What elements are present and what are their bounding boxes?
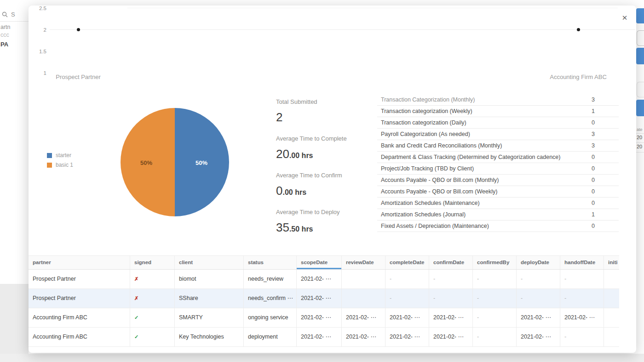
y-axis-tick: 2.5: [33, 6, 46, 11]
cell-reviewDate: 2021-02- ⋯: [342, 308, 385, 327]
column-header-confirmedBy[interactable]: confirmedBy: [473, 256, 517, 269]
bg-outline-button[interactable]: [637, 82, 644, 97]
column-header-client[interactable]: client: [175, 256, 244, 269]
service-count: 0: [592, 119, 619, 126]
bg-blue-button[interactable]: [636, 100, 644, 116]
column-header-confirmDate[interactable]: confirmDate: [429, 256, 473, 269]
stat-label: Average Time to Deploy: [276, 209, 375, 215]
column-header-deployDate[interactable]: deployDate: [517, 256, 560, 269]
service-count: 3: [592, 131, 619, 137]
legend-item[interactable]: basic 1: [47, 162, 73, 168]
cell-scopeDate: 2021-02- ⋯: [297, 289, 342, 308]
bg-gray-area: [0, 284, 29, 362]
cell-completeDate: 2021-02- ⋯: [385, 328, 429, 346]
stat-block: Average Time to Confirm0.00 hrs: [276, 172, 375, 199]
cell-handoffDate: -: [560, 270, 604, 288]
cell-partner: Prospect Partner: [29, 289, 130, 308]
bg-blue-button[interactable]: [636, 8, 644, 23]
legend-swatch-icon: [47, 163, 52, 168]
stat-value: 20.00 hrs: [276, 147, 375, 162]
cell-confirmDate: -: [429, 289, 473, 308]
partner-detail-modal: ✕ 2.521.51 Prospect PartnerAccounting Fi…: [29, 6, 636, 353]
stat-label: Total Submitted: [276, 98, 375, 105]
cell-confirmDate: 2021-02- ⋯: [429, 328, 473, 346]
y-axis-tick: 1.5: [33, 49, 46, 54]
plan-pie-chart: 50% 50%: [121, 108, 229, 216]
cell-initi: [604, 270, 619, 288]
column-header-reviewDate[interactable]: reviewDate: [342, 256, 385, 269]
pie-slice-label: 50%: [140, 159, 152, 166]
column-header-partner[interactable]: partner: [29, 256, 130, 269]
cell-scopeDate: 2021-02- ⋯: [297, 270, 342, 288]
service-count: 0: [592, 188, 619, 195]
service-row: Transaction Categorization (Monthly)3: [377, 94, 619, 106]
stat-value: 35.50 hrs: [276, 221, 375, 236]
legend-swatch-icon: [47, 153, 52, 158]
column-header-handoffDate[interactable]: handoffDate: [560, 256, 604, 269]
service-name: Transaction categorization (Daily): [377, 119, 466, 126]
cell-confirmedBy: -: [473, 308, 517, 327]
gridline: [50, 29, 635, 30]
background-left-panel: S artn ccc PA: [0, 0, 29, 362]
service-name: Bank and Credit Card Reconciliations (Mo…: [377, 142, 502, 149]
y-axis-tick: 1: [33, 70, 46, 76]
cell-initi: [604, 308, 619, 327]
column-header-status[interactable]: status: [244, 256, 297, 269]
service-row: Project/Job Tracking (TBD by Client)0: [377, 163, 619, 175]
search-text-fragment: S: [11, 11, 15, 18]
cell-confirmDate: 2021-02- ⋯: [429, 308, 473, 327]
cell-confirmDate: -: [429, 270, 473, 288]
cell-client: Key Technologies: [175, 328, 244, 346]
service-row: Amortization Schedules (Journal)1: [377, 209, 619, 221]
pie-legend: starterbasic 1: [47, 152, 73, 171]
column-header-signed[interactable]: signed: [130, 256, 175, 269]
bg-outline-button[interactable]: [637, 30, 644, 46]
bg-text-fragment: 20: [637, 135, 642, 140]
legend-item[interactable]: starter: [47, 152, 73, 158]
cell-status: deployment: [244, 328, 297, 346]
stat-unit: .00 hrs: [289, 152, 313, 159]
divider: [0, 21, 29, 22]
cell-client: SMARTY: [175, 308, 244, 327]
table-header-row: partnersignedclientstatusscopeDatereview…: [29, 255, 619, 270]
service-count: 0: [592, 200, 619, 206]
cell-signed: ✗: [130, 270, 175, 288]
bg-text-fragment: 20: [637, 144, 642, 149]
table-row[interactable]: Accounting Firm ABC✓Key Technologiesdepl…: [29, 328, 619, 347]
column-header-initi[interactable]: initi: [604, 256, 619, 269]
cell-confirmedBy: -: [473, 270, 517, 288]
bg-text-fragment: PA: [0, 41, 8, 48]
divider: [636, 142, 644, 143]
background-search[interactable]: S: [2, 11, 15, 18]
bg-text-fragment: artn: [0, 24, 11, 30]
gridline: [127, 8, 618, 8]
service-name: Accounts Payable - QBO or Bill.com (Week…: [377, 188, 497, 195]
stat-block: Average Time to Deploy35.50 hrs: [276, 209, 375, 236]
bg-text-fragment: ate: [637, 127, 643, 132]
column-header-completeDate[interactable]: completeDate: [385, 256, 429, 269]
cell-deployDate: 2021-02- ⋯: [517, 328, 560, 346]
service-count: 0: [592, 223, 619, 229]
stat-label: Average Time to Complete: [276, 135, 375, 142]
submissions-table: partnersignedclientstatusscopeDatereview…: [29, 255, 619, 347]
cell-signed: ✓: [130, 308, 175, 327]
table-row[interactable]: Prospect Partner✗biomotneeds_review2021-…: [29, 270, 619, 289]
bg-blue-button[interactable]: [636, 48, 644, 64]
cell-confirmedBy: -: [473, 289, 517, 308]
service-row: Accounts Payable - QBO or Bill.com (Mont…: [377, 175, 619, 186]
service-count: 1: [592, 108, 619, 114]
service-count: 0: [592, 154, 619, 160]
service-row: Fixed Assets / Depreciation (Maintenance…: [377, 221, 619, 232]
cell-confirmedBy: -: [473, 328, 517, 346]
cell-completeDate: -: [385, 289, 429, 308]
service-name: Transaction Categorization (Monthly): [377, 96, 475, 103]
cell-deployDate: -: [517, 270, 560, 288]
table-row[interactable]: Accounting Firm ABC✓SMARTYongoing servic…: [29, 308, 619, 328]
stat-value: 2: [276, 111, 375, 125]
table-row[interactable]: Prospect Partner✗SShareneeds_confirm ⋯20…: [29, 289, 619, 308]
data-point: [577, 28, 580, 31]
column-header-scopeDate[interactable]: scopeDate: [297, 256, 342, 269]
stat-unit: .50 hrs: [289, 225, 313, 233]
bg-bottom-strip: [0, 354, 644, 362]
legend-label: starter: [56, 152, 71, 158]
